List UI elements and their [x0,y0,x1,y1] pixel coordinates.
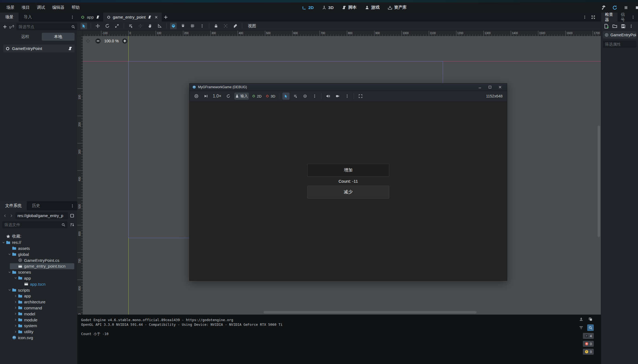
menu-item-3[interactable]: 编辑器 [49,4,68,12]
filter-files-input[interactable] [4,223,60,227]
view-menu-button[interactable]: 视图 [246,23,258,29]
menu-item-0[interactable]: 场景 [3,4,18,12]
rotate-tool-button[interactable] [104,23,111,29]
scene-root-node[interactable]: GameEntryPoint [3,45,75,52]
collapse-duplicates-button[interactable] [578,324,584,331]
menu-item-2[interactable]: 调试 [33,4,49,12]
messages-filter-badge[interactable]: 4 [583,333,594,339]
next-frame-button[interactable] [202,93,209,100]
pan-tool-button[interactable] [147,23,153,29]
tree-item-scripts[interactable]: scripts [0,287,77,293]
close-scene-tab-icon[interactable] [154,15,158,19]
game-options-menu[interactable] [344,93,351,100]
local-button[interactable]: 本地 [42,33,75,41]
scene-tab-app[interactable]: app [77,13,103,22]
scene-dock-menu[interactable] [69,13,76,22]
tab-filesystem[interactable]: 文件系统 [0,201,27,210]
build-button[interactable] [600,4,607,11]
tree-item-app[interactable]: app [0,275,77,281]
expand-icon[interactable] [14,330,17,334]
snap-grid-button[interactable] [189,23,196,29]
search-log-button[interactable] [587,324,594,331]
game-zoom-label[interactable]: 1.0× [212,93,222,100]
tree-item-icon.svg[interactable]: icon.svg [0,335,77,341]
tab-history[interactable]: 历史 [27,201,45,210]
pause-game-button[interactable] [622,4,630,11]
add-node-button[interactable] [3,24,7,30]
tab-import[interactable]: 导入 [19,13,37,22]
errors-filter-badge[interactable]: 0 [583,341,594,347]
tab-scene[interactable]: 场景 [0,13,19,22]
filesystem-dock-menu[interactable] [69,201,76,210]
input-mode-button[interactable]: 输入 [234,93,249,100]
zoom-in-button[interactable] [122,38,128,44]
game-select-mode-button[interactable] [282,93,290,100]
game-pick-mode-button[interactable] [302,93,309,100]
tree-item-GameEntryPoint.cs[interactable]: GameEntryPoint.cs [0,257,77,263]
collapse-icon[interactable] [14,276,17,280]
tree-item-app[interactable]: app [0,293,77,299]
position-select-button[interactable] [137,23,144,29]
camera-override-3d-button[interactable]: 3D [265,93,276,100]
tree-item-module[interactable]: module [0,317,77,323]
reset-zoom-button[interactable] [225,93,232,100]
filter-nodes-input[interactable] [19,25,70,29]
game-list-select-button[interactable] [292,93,299,100]
expand-icon[interactable] [14,300,17,304]
vertical-scrollbar[interactable] [598,126,600,237]
inspector-dock-menu[interactable] [630,13,636,22]
game-select-menu[interactable] [311,93,318,100]
zoom-percent[interactable]: 100.0 % [104,39,119,43]
skeleton-options-button[interactable] [232,23,238,29]
ruler-tool-button[interactable] [156,23,163,29]
tree-item-model[interactable]: model [0,311,77,317]
expand-icon[interactable] [14,312,17,316]
workspace-game-button[interactable]: 游戏 [362,4,382,12]
warnings-filter-badge[interactable]: 0 [583,349,594,355]
grid-snap-button[interactable] [180,23,186,29]
snap-options-menu[interactable] [199,23,205,29]
expand-icon[interactable] [14,318,17,322]
stop-game-button[interactable] [634,4,638,11]
save-resource-button[interactable] [621,24,626,29]
tree-item-system[interactable]: system [0,323,77,329]
copy-log-button[interactable] [587,316,594,322]
tree-item-assets[interactable]: assets [0,245,77,251]
instance-scene-button[interactable] [10,24,14,30]
sort-files-button[interactable] [69,222,75,228]
tree-item-utility[interactable]: utility [0,329,77,335]
nav-forward-button[interactable] [9,213,14,219]
new-scene-tab-button[interactable] [162,13,170,22]
tree-item-command[interactable]: command [0,305,77,311]
camera-button[interactable] [334,93,341,100]
lock-node-button[interactable] [213,23,219,29]
nav-back-button[interactable] [2,213,8,219]
scene-script-icon[interactable] [96,15,100,19]
suspend-button[interactable] [193,93,200,100]
increase-button[interactable]: 增加 [307,164,389,177]
collapse-icon[interactable] [2,241,5,244]
tree-item-architecture[interactable]: architecture [0,299,77,305]
scene-tab-game_entry_point[interactable]: game_entry_point [103,13,162,22]
camera-override-2d-button[interactable]: 2D [251,93,262,100]
collapse-icon[interactable] [8,270,11,274]
workspace-script-button[interactable]: 脚本 [339,4,359,12]
maximize-window-button[interactable] [486,84,494,90]
reload-game-button[interactable] [611,4,618,11]
edited-resource[interactable]: GameEntryPoint.cs [603,31,636,39]
collapse-icon[interactable] [8,252,11,256]
save-log-button[interactable] [578,316,584,322]
close-window-button[interactable] [496,84,504,90]
tree-item-res[interactable]: res:// [0,239,77,245]
tree-item-app.tscn[interactable]: app.tscn [0,281,77,287]
menu-item-1[interactable]: 项目 [18,4,33,12]
tree-item-scenes[interactable]: scenes [0,269,77,275]
list-select-button[interactable] [128,23,134,29]
minimize-window-button[interactable] [476,84,484,90]
workspace-3d-button[interactable]: 3D [319,4,336,12]
remote-button[interactable]: 远程 [9,33,42,41]
scale-tool-button[interactable] [114,23,120,29]
tree-item-[interactable]: 收藏: [0,233,77,239]
expand-icon[interactable] [14,294,17,298]
menu-item-4[interactable]: 帮助 [68,4,83,12]
